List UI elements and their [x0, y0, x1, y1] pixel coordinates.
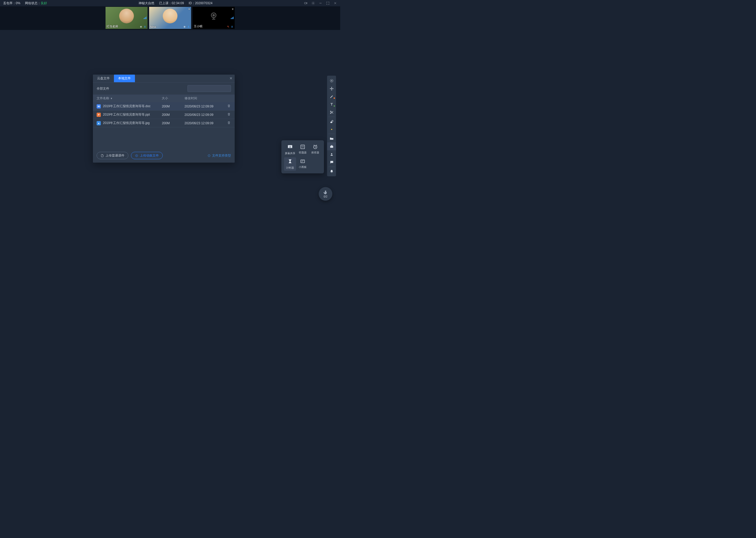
eraser-tool[interactable]: [327, 117, 336, 125]
signal-icon: [231, 17, 234, 19]
maximize-icon[interactable]: [326, 1, 330, 5]
file-modified: 2020/06/23 12:09:09: [181, 102, 223, 111]
svg-point-22: [331, 81, 332, 81]
scissors-tool[interactable]: [327, 108, 336, 116]
tool-quiz[interactable]: 答题器: [297, 143, 309, 156]
tile-close-icon[interactable]: ×: [188, 7, 190, 11]
file-type-icon: W: [97, 104, 101, 108]
elapsed-label: 已上课：: [159, 1, 172, 5]
camera-icon: [139, 25, 143, 28]
participant-name: 王小明: [194, 25, 202, 28]
participants-icon[interactable]: [327, 150, 336, 158]
hand-raise-count: 0/2: [324, 195, 327, 198]
folder-tool[interactable]: [327, 134, 336, 142]
svg-point-28: [331, 153, 332, 154]
file-name: 2019年工作汇报情况查询等等.doc: [103, 104, 150, 108]
move-tool[interactable]: [327, 84, 336, 92]
delete-file-button[interactable]: [223, 102, 235, 111]
search-box[interactable]: [187, 85, 231, 92]
mic-muted-icon: [226, 25, 230, 28]
tool-miniboard[interactable]: 小黑板: [297, 157, 309, 171]
file-icon: [101, 154, 104, 157]
participant-video-row: 叮当老师 × Nina × 王小明: [0, 6, 340, 30]
tile-status-icons: [139, 25, 147, 28]
svg-point-24: [330, 113, 331, 114]
close-icon[interactable]: [333, 1, 337, 5]
tool-buzzer[interactable]: 抢答器: [309, 143, 321, 156]
file-type-icon: P: [97, 113, 101, 117]
signal-icon: [144, 17, 147, 19]
right-toolbar: [327, 76, 336, 176]
file-name: 2019年工作汇报情况查询等等.jpg: [103, 121, 150, 125]
tab-local-files[interactable]: 本地文件: [114, 75, 135, 82]
file-size: 200M: [158, 102, 181, 111]
tile-status-icons: [226, 25, 234, 28]
mic-icon: [143, 25, 147, 28]
file-size: 200M: [158, 111, 181, 119]
svg-point-9: [184, 27, 185, 27]
svg-rect-15: [232, 26, 232, 27]
participant-name: 叮当老师: [107, 25, 118, 28]
file-table: 文件名称▼ 大小 修改时间 W 2019年工作汇报情况查询等等.doc 200M…: [93, 94, 235, 128]
toolbox-tool[interactable]: [327, 142, 336, 150]
svg-rect-27: [331, 145, 332, 146]
pen-color-dot: [334, 97, 335, 99]
svg-rect-35: [301, 160, 305, 163]
delete-file-button[interactable]: [223, 119, 235, 128]
file-dialog: 云盘文件 本地文件 ✕ 全部文件 文件名称▼ 大小 修改时间 W 2019年工作…: [93, 75, 235, 163]
net-value: 良好: [41, 1, 47, 5]
table-row[interactable]: W 2019年工作汇报情况查询等等.doc 200M 2020/06/23 12…: [93, 102, 235, 111]
svg-point-25: [331, 129, 332, 130]
text-tool[interactable]: [327, 100, 336, 108]
svg-point-12: [213, 14, 215, 17]
play-circle-icon: [135, 154, 138, 157]
svg-point-1: [313, 3, 314, 4]
chat-icon[interactable]: [327, 158, 336, 166]
bell-icon[interactable]: [327, 167, 336, 175]
loss-value: 0%: [16, 1, 20, 5]
dialog-close-icon[interactable]: ✕: [229, 76, 233, 81]
breadcrumb: 全部文件: [97, 86, 185, 91]
svg-point-21: [209, 155, 209, 155]
laser-pointer-tool[interactable]: [327, 77, 336, 84]
id-value: 2020070324: [195, 1, 213, 5]
svg-rect-33: [301, 145, 305, 149]
video-tile[interactable]: × 王小明: [193, 7, 235, 29]
svg-point-23: [330, 111, 331, 112]
gear-icon[interactable]: [311, 1, 315, 5]
video-tile[interactable]: 叮当老师: [106, 7, 148, 29]
toolbox-popup: 屏幕共享 答题器 抢答器 计时器 小黑板: [281, 140, 324, 173]
color-dot-tool[interactable]: [327, 125, 336, 133]
avatar: [163, 9, 177, 24]
supported-types-link[interactable]: 文件支持类型: [208, 153, 231, 158]
minimize-icon[interactable]: [319, 1, 322, 5]
upload-normal-button[interactable]: 上传普通课件: [97, 152, 128, 159]
file-modified: 2020/06/23 12:09:09: [181, 111, 223, 119]
mic-icon: [230, 25, 234, 28]
info-icon: [208, 154, 211, 157]
col-name[interactable]: 文件名称▼: [93, 94, 158, 102]
delete-file-button[interactable]: [223, 111, 235, 119]
text-color-dot: [334, 105, 335, 107]
video-tile[interactable]: × Nina: [149, 7, 191, 29]
col-modified[interactable]: 修改时间: [181, 94, 223, 102]
tool-screen-share[interactable]: 屏幕共享: [284, 143, 296, 156]
avatar: [119, 9, 134, 24]
file-type-icon: ▲: [97, 121, 101, 125]
svg-rect-10: [188, 26, 189, 27]
tile-close-icon[interactable]: ×: [232, 7, 234, 11]
hand-raise-badge[interactable]: 0/2: [319, 187, 332, 201]
upload-motion-button[interactable]: 上传动效文件: [131, 152, 163, 159]
tile-status-icons: [183, 25, 190, 28]
tool-timer[interactable]: 计时器: [284, 157, 296, 171]
tab-cloud-files[interactable]: 云盘文件: [93, 75, 114, 82]
sort-caret-icon: ▼: [110, 97, 113, 100]
pen-tool[interactable]: [327, 92, 336, 100]
table-row[interactable]: P 2019年工作汇报情况查询等等.ppt 200M 2020/06/23 12…: [93, 111, 235, 119]
col-size[interactable]: 大小: [158, 94, 181, 102]
search-input[interactable]: [191, 87, 231, 90]
mic-icon: [187, 25, 190, 28]
table-row[interactable]: ▲ 2019年工作汇报情况查询等等.jpg 200M 2020/06/23 12…: [93, 119, 235, 128]
camera-switch-icon[interactable]: [304, 1, 307, 5]
elapsed-value: 02:34:09: [172, 1, 184, 5]
